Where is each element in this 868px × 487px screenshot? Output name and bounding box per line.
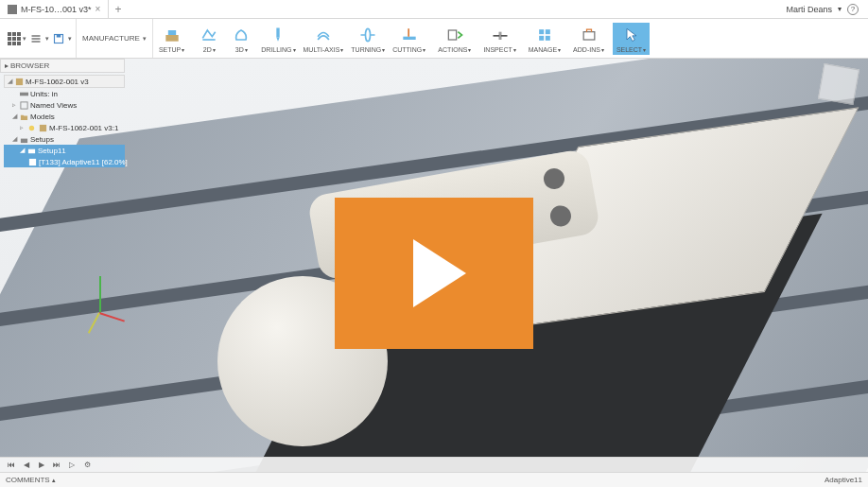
operation-icon xyxy=(28,157,37,166)
status-operation: Adaptive11 xyxy=(825,476,862,484)
chevron-right-icon: ▸ xyxy=(5,61,9,70)
tab-strip: M-FS-10…001 v3* × + Marti Deans ▾ ? xyxy=(0,0,868,19)
chevron-down-icon: ▾ xyxy=(601,46,604,53)
collapse-icon: ◢ xyxy=(11,135,17,143)
chevron-down-icon: ▾ xyxy=(245,46,248,53)
chevron-down-icon: ▾ xyxy=(143,35,147,43)
svg-rect-11 xyxy=(493,35,499,37)
setup-icon xyxy=(26,146,36,155)
light-icon xyxy=(26,123,36,132)
play-button[interactable] xyxy=(335,198,533,349)
timeline-play-icon[interactable]: ▷ xyxy=(66,460,78,471)
browser-header[interactable]: ▸ BROWSER xyxy=(0,59,125,73)
tree-label: Units: in xyxy=(30,90,58,98)
svg-rect-12 xyxy=(500,35,507,37)
setups-icon xyxy=(19,134,28,144)
file-menu-icon[interactable] xyxy=(28,31,43,46)
turning-icon xyxy=(357,25,378,45)
chevron-down-icon: ▾ xyxy=(213,46,216,53)
select-button[interactable]: SELECT▾ xyxy=(613,23,650,55)
svg-rect-2 xyxy=(32,41,41,43)
svg-rect-15 xyxy=(539,35,544,40)
2d-icon xyxy=(199,25,219,45)
status-bar: COMMENTS ▴ Adaptive11 xyxy=(0,472,868,487)
drilling-button[interactable]: DRILLING▾ xyxy=(257,23,299,55)
chevron-down-icon: ▾ xyxy=(293,46,296,53)
workspace-switcher[interactable]: MANUFACTURE ▾ xyxy=(77,19,153,58)
tree-label: Setup11 xyxy=(38,147,66,155)
cutting-icon xyxy=(399,25,420,45)
collapse-icon: ◢ xyxy=(19,147,25,154)
folder-icon xyxy=(19,112,28,121)
manage-icon xyxy=(534,25,555,45)
tree-operation[interactable]: [T133] Adaptive11 [62.0%] xyxy=(4,156,125,167)
3d-button[interactable]: 3D▾ xyxy=(225,23,257,55)
chevron-down-icon[interactable]: ▾ xyxy=(23,35,26,43)
3d-icon xyxy=(231,25,252,45)
data-panel-icon[interactable] xyxy=(8,32,21,45)
document-tab[interactable]: M-FS-10…001 v3* × xyxy=(0,0,109,18)
tree-model-instance[interactable]: ▹ M-FS-1062-001 v3:1 xyxy=(4,122,125,133)
svg-rect-18 xyxy=(15,78,22,84)
chevron-down-icon: ▾ xyxy=(558,46,561,53)
tree-root[interactable]: ◢ M-FS-1062-001 v3 xyxy=(4,75,125,88)
component-icon xyxy=(14,77,24,86)
viewport[interactable]: ▸ BROWSER ◢ M-FS-1062-001 v3 Units: in ▹ xyxy=(0,59,868,487)
chevron-down-icon[interactable]: ▾ xyxy=(45,35,49,43)
chevron-down-icon[interactable]: ▾ xyxy=(838,5,842,13)
inspect-button[interactable]: INSPECT▾ xyxy=(479,23,519,55)
collapse-icon: ◢ xyxy=(11,113,17,120)
tree-setup1[interactable]: ◢ Setup11 xyxy=(4,145,125,156)
svg-rect-25 xyxy=(29,158,36,165)
tree-label: Setups xyxy=(30,135,54,144)
tree-label: Named Views xyxy=(30,101,77,110)
cutting-button[interactable]: CUTTING▾ xyxy=(389,23,429,55)
actions-icon xyxy=(444,25,465,45)
add-tab-button[interactable]: + xyxy=(109,3,127,16)
close-icon[interactable]: × xyxy=(95,4,101,14)
svg-rect-17 xyxy=(583,31,595,39)
select-icon xyxy=(621,25,642,45)
timeline[interactable]: ⏮ ◀ ▶ ⏭ ▷ ⚙ xyxy=(0,457,868,472)
help-icon[interactable]: ? xyxy=(847,4,859,15)
svg-point-8 xyxy=(366,28,371,41)
chevron-down-icon: ▾ xyxy=(423,46,425,53)
manage-button[interactable]: MANAGE▾ xyxy=(525,23,564,55)
user-name[interactable]: Marti Deans xyxy=(786,5,832,14)
timeline-settings-icon[interactable]: ⚙ xyxy=(81,460,93,471)
workspace-label: MANUFACTURE xyxy=(82,34,140,43)
timeline-end-icon[interactable]: ⏭ xyxy=(51,460,62,471)
tab-title: M-FS-10…001 v3* xyxy=(21,5,92,14)
document-icon xyxy=(8,5,17,14)
actions-button[interactable]: ACTIONS▾ xyxy=(434,23,475,55)
svg-point-21 xyxy=(28,125,33,130)
multiaxis-button[interactable]: MULTI-AXIS▾ xyxy=(300,23,348,55)
tree-named-views[interactable]: ▹ Named Views xyxy=(4,99,125,111)
tree-setups[interactable]: ◢ Setups xyxy=(4,133,125,145)
2d-button[interactable]: 2D▾ xyxy=(193,23,225,55)
tree-models[interactable]: ◢ Models xyxy=(4,111,125,122)
timeline-next-icon[interactable]: ▶ xyxy=(36,460,47,471)
tree-units[interactable]: Units: in xyxy=(4,88,125,99)
browser-panel: ▸ BROWSER ◢ M-FS-1062-001 v3 Units: in ▹ xyxy=(0,59,125,169)
timeline-prev-icon[interactable]: ◀ xyxy=(21,460,32,471)
svg-rect-24 xyxy=(27,148,34,153)
chevron-up-icon: ▴ xyxy=(52,477,56,484)
chevron-down-icon: ▾ xyxy=(643,46,646,53)
svg-rect-20 xyxy=(20,101,26,108)
addins-button[interactable]: ADD-INS▾ xyxy=(569,23,608,55)
svg-rect-9 xyxy=(403,36,415,39)
chevron-down-icon: ▾ xyxy=(182,46,184,53)
view-cube[interactable] xyxy=(818,63,859,105)
svg-rect-5 xyxy=(165,35,178,42)
collapse-icon: ◢ xyxy=(7,78,12,85)
chevron-down-icon[interactable]: ▾ xyxy=(68,35,72,43)
comments-toggle[interactable]: COMMENTS ▴ xyxy=(6,476,56,484)
timeline-start-icon[interactable]: ⏮ xyxy=(6,460,17,471)
save-icon[interactable] xyxy=(51,31,66,46)
setup-button[interactable]: SETUP▾ xyxy=(155,23,188,55)
main-toolbar: ▾ ▾ ▾ MANUFACTURE ▾ SETUP▾ xyxy=(0,19,868,59)
tree-label: [T133] Adaptive11 [62.0%] xyxy=(39,158,128,166)
turning-button[interactable]: TURNING▾ xyxy=(347,23,389,55)
svg-rect-7 xyxy=(277,27,280,37)
